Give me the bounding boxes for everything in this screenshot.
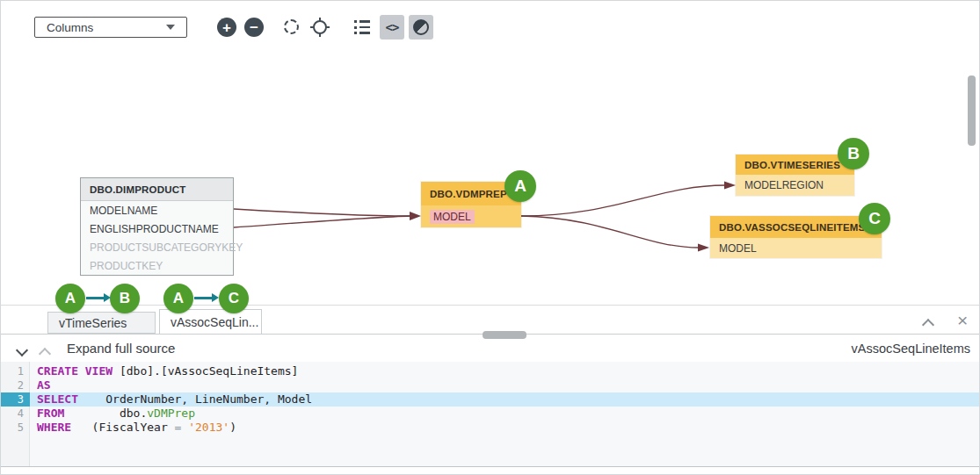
- edge-modelname-to-vdmprep: [234, 209, 410, 216]
- tab-badge-arrow-icon: [86, 293, 111, 303]
- line-number: 5: [1, 421, 30, 435]
- node-column-model[interactable]: MODEL: [710, 238, 882, 258]
- crosshair-icon: [310, 18, 330, 37]
- chevron-up-icon: [39, 348, 51, 360]
- highlighted-column-label: MODEL: [430, 210, 475, 224]
- line-number: 4: [1, 407, 30, 421]
- chevron-down-icon: [16, 344, 28, 356]
- reset-zoom-icon: [284, 19, 299, 34]
- node-title: DBO.DIMPRODUCT: [81, 178, 233, 201]
- edge-englishproductname-to-vdmprep: [234, 216, 410, 227]
- line-number: 3: [1, 392, 30, 407]
- center-graph-button[interactable]: [310, 18, 330, 37]
- expand-source-button[interactable]: [18, 342, 26, 358]
- chevron-down-icon: [166, 25, 175, 30]
- contrast-icon: [413, 19, 429, 35]
- code-line-4: 4FROM dbo.vDMPrep: [1, 407, 979, 421]
- contrast-toggle[interactable]: [409, 15, 433, 40]
- lineage-app-window: Columns + − <>: [0, 0, 980, 475]
- vertical-scrollbar-thumb[interactable]: [968, 76, 976, 146]
- code-line-1: 1CREATE VIEW [dbo].[vAssocSeqLineItems]: [1, 364, 979, 378]
- tab-badge-a: A: [163, 284, 193, 313]
- minus-icon: −: [250, 20, 258, 35]
- edge-vdmprep-to-vtimeseries: [521, 185, 725, 216]
- zoom-in-button[interactable]: +: [217, 18, 236, 37]
- expand-full-source-label[interactable]: Expand full source: [67, 341, 175, 356]
- code-line-5: 5WHERE (FiscalYear = '2013'): [1, 421, 979, 435]
- node-column-modelname[interactable]: MODELNAME: [81, 201, 233, 220]
- graph-node-vassocseqlineitems[interactable]: DBO.VASSOCSEQLINEITEMSMODEL: [710, 216, 882, 258]
- plus-icon: +: [222, 20, 231, 35]
- reset-zoom-button[interactable]: [284, 19, 299, 34]
- columns-dropdown-value: Columns: [47, 21, 93, 34]
- tab-badge-arrow-icon: [194, 293, 219, 303]
- code-text: SELECT OrderNumber, LineNumber, Model: [30, 392, 979, 407]
- horizontal-scrollbar-thumb[interactable]: [483, 331, 526, 339]
- node-column-englishproductname[interactable]: ENGLISHPRODUCTNAME: [81, 220, 233, 238]
- code-line-2: 2AS: [1, 378, 979, 392]
- node-column-productsubcategorykey[interactable]: PRODUCTSUBCATEGORYKEY: [81, 238, 233, 256]
- collapse-panel-button[interactable]: [924, 317, 933, 333]
- code-view-toggle[interactable]: <>: [380, 15, 404, 40]
- source-tab-1[interactable]: vTimeSeries: [47, 312, 156, 334]
- code-text: WHERE (FiscalYear = '2013'): [30, 421, 979, 435]
- graph-node-vtimeseries[interactable]: DBO.VTIMESERIESMODELREGION: [736, 155, 854, 196]
- edge-vdmprep-to-vassocseqlineitems: [521, 216, 699, 248]
- tab-badge-c: C: [219, 284, 249, 313]
- node-badge-c: C: [859, 203, 890, 234]
- node-title: DBO.VASSOCSEQLINEITEMS: [710, 216, 882, 238]
- list-view-button[interactable]: [354, 20, 370, 34]
- code-line-3: 3SELECT OrderNumber, LineNumber, Model: [1, 392, 979, 407]
- node-column-modelregion[interactable]: MODELREGION: [736, 175, 854, 196]
- node-badge-a: A: [505, 170, 536, 202]
- object-name-label: vAssocSeqLineItems: [852, 342, 970, 356]
- line-number: 2: [1, 378, 30, 392]
- lineage-graph-canvas: DBO.DIMPRODUCTMODELNAMEENGLISHPRODUCTNAM…: [1, 41, 979, 305]
- tab-badge-b: B: [110, 284, 140, 313]
- node-column-model[interactable]: MODEL: [421, 205, 521, 227]
- close-panel-button[interactable]: ×: [957, 311, 968, 329]
- code-text: AS: [30, 378, 979, 392]
- node-badge-b: B: [838, 138, 869, 169]
- panel-divider: [1, 305, 979, 306]
- line-number: 1: [1, 364, 30, 378]
- list-icon: [354, 20, 370, 34]
- code-brackets-icon: <>: [386, 20, 399, 34]
- chevron-up-icon: [922, 319, 934, 331]
- sql-source-viewer: 1CREATE VIEW [dbo].[vAssocSeqLineItems]2…: [1, 362, 979, 467]
- code-text: FROM dbo.vDMPrep: [30, 407, 979, 421]
- zoom-out-button[interactable]: −: [244, 18, 264, 37]
- columns-dropdown[interactable]: Columns: [34, 17, 187, 38]
- tab-badge-a: A: [55, 284, 85, 313]
- code-text: CREATE VIEW [dbo].[vAssocSeqLineItems]: [30, 364, 979, 378]
- collapse-source-button[interactable]: [40, 346, 49, 362]
- node-column-productkey[interactable]: PRODUCTKEY: [81, 256, 233, 275]
- graph-node-dimproduct[interactable]: DBO.DIMPRODUCTMODELNAMEENGLISHPRODUCTNAM…: [80, 177, 234, 276]
- node-title: DBO.VTIMESERIES: [736, 155, 854, 175]
